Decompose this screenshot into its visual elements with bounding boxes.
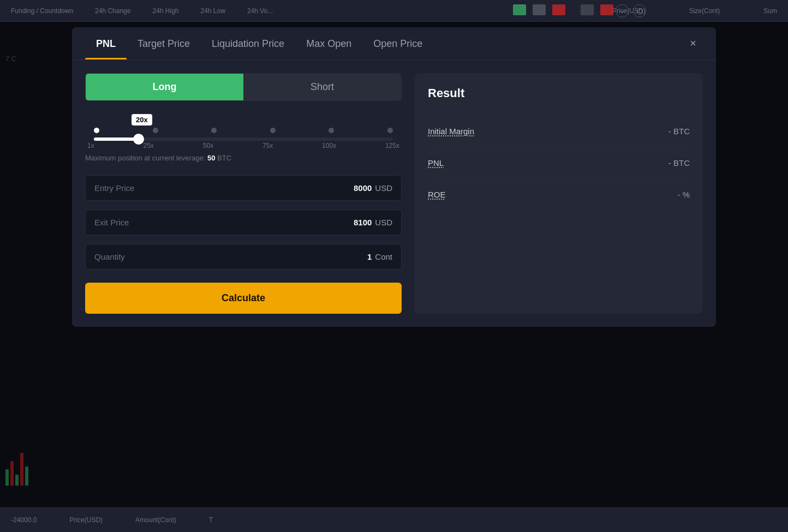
quantity-field[interactable]: Quantity 1 Cont (85, 244, 402, 270)
tab-max-open[interactable]: Max Open (295, 27, 362, 59)
topbar-size-cont: Size(Cont) (689, 7, 720, 15)
quantity-value: 1 (367, 252, 372, 261)
label-1x: 1x (87, 142, 94, 150)
entry-price-value: 8000 (354, 183, 372, 193)
slider-dot-1 (153, 128, 158, 133)
top-bar: Funding / Countdown 24h Change 24h High … (0, 0, 788, 22)
red-icon-2[interactable] (600, 4, 613, 15)
exit-price-label: Exit Price (94, 218, 354, 227)
label-50x: 50x (203, 142, 213, 150)
long-short-toggle: Long Short (85, 73, 402, 101)
slider-track (94, 138, 393, 141)
long-button[interactable]: Long (86, 74, 243, 100)
slider-fill (94, 138, 139, 141)
close-button[interactable]: × (683, 34, 703, 53)
topbar-item-4: 24h Vo... (247, 7, 273, 15)
label-125x: 125x (385, 142, 399, 150)
topbar-item-1: 24h Change (95, 7, 130, 15)
label-100x: 100x (322, 142, 336, 150)
initial-margin-row: Initial Margin - BTC (428, 116, 690, 147)
slider-dot-2 (211, 128, 217, 133)
leverage-badge: 20x (132, 114, 152, 125)
roe-row: ROE - % (428, 179, 690, 210)
arrow-buttons: → ◯ (616, 4, 646, 17)
modal-body: Long Short 20x (72, 60, 716, 327)
tab-target-price[interactable]: Target Price (127, 27, 201, 59)
left-arrow-btn[interactable]: → (616, 4, 629, 17)
quantity-unit: Cont (375, 252, 392, 261)
topbar-item-3: 24h Low (201, 7, 225, 15)
bottom-bar: -24000.0 Price(USD) Amount(Cont) T (0, 507, 788, 532)
entry-price-field[interactable]: Entry Price 8000 USD (85, 175, 402, 201)
result-panel: Result Initial Margin - BTC PNL - BTC RO… (415, 73, 703, 314)
slider-dot-4 (329, 128, 334, 133)
white-icon-2[interactable] (581, 4, 594, 15)
right-arrow-btn[interactable]: ◯ (633, 4, 646, 17)
bottom-item-1: Price(USD) (69, 516, 103, 524)
initial-margin-label: Initial Margin (428, 127, 474, 136)
roe-label: ROE (428, 190, 446, 199)
tab-open-price[interactable]: Open Price (362, 27, 433, 59)
leverage-section: 20x (85, 110, 402, 166)
quantity-label: Quantity (94, 252, 367, 261)
exit-price-value: 8100 (354, 218, 372, 227)
result-title: Result (428, 86, 690, 100)
bottom-item-2: Amount(Cont) (135, 516, 176, 524)
left-panel: Long Short 20x (85, 73, 402, 314)
pnl-row: PNL - BTC (428, 147, 690, 179)
modal-tabs: PNL Target Price Liquidation Price Max O… (72, 27, 716, 60)
green-icon-1[interactable] (513, 4, 526, 15)
tab-pnl[interactable]: PNL (85, 27, 127, 59)
max-position-text: Maximum position at current leverage: 50… (85, 154, 402, 162)
slider-dot-0 (94, 128, 99, 133)
icon-group (513, 4, 613, 15)
exit-price-field[interactable]: Exit Price 8100 USD (85, 210, 402, 235)
bottom-item-0: -24000.0 (11, 516, 37, 524)
entry-price-unit: USD (375, 183, 392, 193)
topbar-sum: Sum (763, 7, 777, 15)
roe-value: - % (678, 190, 690, 199)
white-icon-1[interactable] (533, 4, 546, 15)
calculator-modal: PNL Target Price Liquidation Price Max O… (72, 27, 716, 327)
pnl-label: PNL (428, 158, 444, 168)
pnl-value: - BTC (668, 158, 690, 168)
slider-dot-3 (270, 128, 276, 133)
slider-dot-5 (387, 128, 393, 133)
entry-price-label: Entry Price (94, 183, 354, 193)
slider-thumb[interactable] (133, 134, 144, 145)
topbar-item-0: Funding / Countdown (11, 7, 73, 15)
slider-labels: 1x 25x 50x 75x 100x 125x (85, 142, 402, 150)
red-icon-1[interactable] (552, 4, 565, 15)
label-25x: 25x (144, 142, 154, 150)
tab-liquidation-price[interactable]: Liquidation Price (201, 27, 295, 59)
exit-price-unit: USD (375, 218, 392, 227)
initial-margin-value: - BTC (668, 127, 690, 136)
label-75x: 75x (262, 142, 273, 150)
topbar-item-2: 24h High (152, 7, 178, 15)
bottom-item-3: T (209, 516, 213, 524)
calculate-button[interactable]: Calculate (85, 283, 402, 314)
short-button[interactable]: Short (243, 74, 401, 100)
